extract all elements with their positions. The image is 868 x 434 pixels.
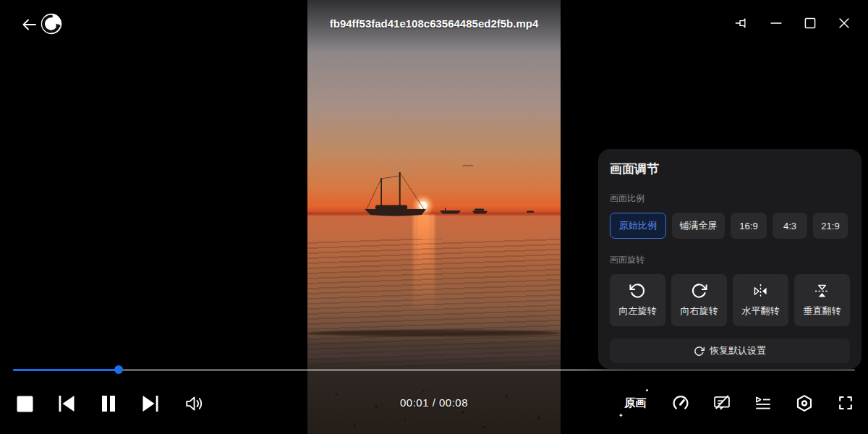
close-icon [836,15,852,31]
pin-icon [734,15,750,31]
rotate-right-label: 向右旋转 [681,305,718,318]
quality-sparkle-dot-icon [646,389,648,391]
aspect-option-21-9[interactable]: 21:9 [813,213,848,239]
aspect-option-original[interactable]: 原始比例 [610,213,666,239]
progress-handle[interactable] [114,365,123,374]
player-right-controls: 原画 ✦ [621,392,855,414]
rotate-right-icon [691,283,707,299]
aspect-option-fill[interactable]: 铺满全屏 [672,213,725,239]
aspect-ratio-label: 画面比例 [610,192,850,205]
beach-pebbles [335,390,540,428]
quality-label: 原画 [624,396,646,410]
quality-button[interactable]: 原画 ✦ [621,392,649,414]
reset-icon [694,346,705,357]
flip-vertical-label: 垂直翻转 [804,305,841,318]
speed-icon [671,393,690,413]
playlist-button[interactable] [754,392,773,414]
rotate-right-button[interactable]: 向右旋转 [671,274,727,326]
minimize-icon [768,15,784,31]
subtitle-button[interactable] [712,392,731,414]
picture-adjust-panel: 画面调节 画面比例 原始比例 铺满全屏 16:9 4:3 21:9 画面旋转 向… [598,149,861,369]
settings-icon [795,393,814,414]
reset-defaults-button[interactable]: 恢复默认设置 [610,339,850,363]
aspect-option-4-3[interactable]: 4:3 [773,213,807,239]
aspect-ratio-options: 原始比例 铺满全屏 16:9 4:3 21:9 [610,213,850,239]
pin-button[interactable] [734,15,750,31]
rotation-options: 向左旋转 向右旋转 水平翻转 [610,274,850,326]
sailboat-silhouette [365,172,426,216]
rotate-left-label: 向左旋转 [619,305,657,318]
playlist-icon [754,393,773,412]
rotate-left-button[interactable]: 向左旋转 [610,274,665,326]
shore-wave-edge [307,330,561,336]
window-controls [734,15,852,31]
progress-fill [13,369,119,371]
settings-button[interactable] [795,392,814,414]
panel-title: 画面调节 [610,161,850,177]
maximize-icon [802,15,818,31]
flip-vertical-icon [814,283,830,299]
maximize-button[interactable] [802,15,818,31]
quality-sparkle-icon: ✦ [618,412,624,419]
subtitle-off-icon [712,393,731,413]
rotation-label: 画面旋转 [610,254,850,266]
fullscreen-icon [836,393,855,412]
close-button[interactable] [836,15,852,31]
flip-horizontal-label: 水平翻转 [742,305,780,318]
bird-silhouette [463,165,473,166]
flip-horizontal-icon [752,283,769,299]
aspect-option-16-9[interactable]: 16:9 [731,213,767,239]
playback-speed-button[interactable] [671,392,690,414]
flip-vertical-button[interactable]: 垂直翻转 [794,274,850,326]
player-window: fb94ff53fad41e108c63564485ed2f5b.mp4 [0,0,868,434]
minimize-button[interactable] [768,15,784,31]
fullscreen-button[interactable] [836,392,855,414]
water-ripples [307,239,561,367]
flip-horizontal-button[interactable]: 水平翻转 [733,274,788,326]
rotate-left-icon [629,283,646,299]
reset-label: 恢复默认设置 [710,344,766,357]
